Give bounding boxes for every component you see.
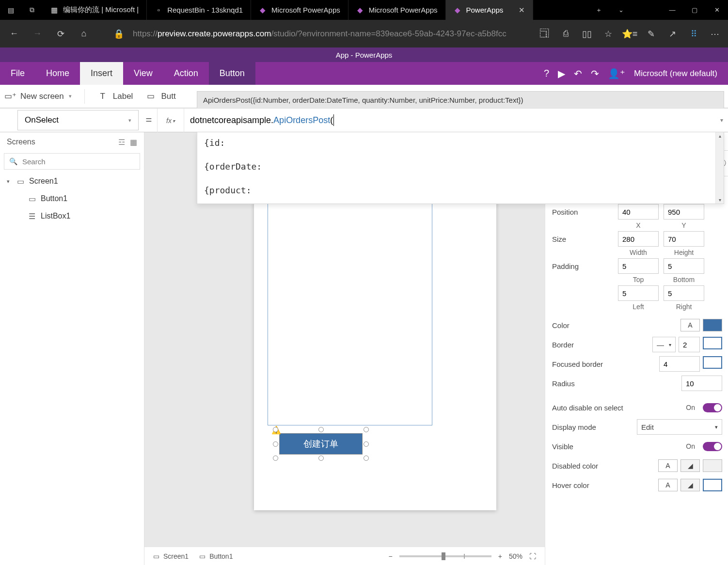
screens-panel: Screens ☲▦ 🔍 ▾▭Screen1 ▭Button1 ☰ListBox… bbox=[0, 132, 144, 565]
maximize-button[interactable]: ▢ bbox=[683, 0, 706, 20]
display-mode-select[interactable]: Edit▾ bbox=[637, 419, 722, 435]
focused-color-swatch[interactable] bbox=[703, 356, 722, 369]
menu-file[interactable]: File bbox=[0, 62, 35, 85]
tab-actions-icon[interactable]: ⧉ bbox=[21, 6, 43, 14]
environment-label[interactable]: Microsoft (new default) bbox=[634, 69, 717, 78]
more-icon[interactable]: ⋯ bbox=[705, 24, 725, 44]
menu-home[interactable]: Home bbox=[35, 62, 80, 85]
insert-label-button[interactable]: TLabel bbox=[97, 91, 133, 102]
favorites-bar-icon[interactable]: ⭐≡ bbox=[619, 24, 640, 44]
height-input[interactable] bbox=[664, 231, 704, 247]
browser-toolbar: ← → ⟳ ⌂ 🔒 https://preview.create.powerap… bbox=[0, 20, 728, 47]
fx-button[interactable]: fx▾ bbox=[157, 108, 184, 132]
favorite-icon[interactable]: ☆ bbox=[598, 24, 618, 44]
redo-icon[interactable]: ↷ bbox=[591, 68, 599, 79]
close-window-button[interactable]: ✕ bbox=[706, 0, 728, 20]
browser-tab[interactable]: ◆Microsoft PowerApps bbox=[348, 0, 446, 20]
forward-button: → bbox=[26, 23, 48, 45]
disabled-fill-swatch[interactable] bbox=[703, 459, 722, 472]
browser-tab[interactable]: ▦编辑你的流 | Microsoft | bbox=[43, 0, 147, 20]
border-style-select[interactable]: — ▾ bbox=[652, 337, 676, 352]
spacer bbox=[632, 0, 661, 20]
minimize-button[interactable]: — bbox=[661, 0, 683, 20]
hover-font-swatch[interactable]: A bbox=[658, 479, 678, 491]
browser-tab[interactable]: ▫RequestBin - 13sknqd1 bbox=[147, 0, 251, 20]
tree-node-button[interactable]: ▭Button1 bbox=[0, 190, 144, 207]
warning-icon[interactable]: ⚠️ bbox=[271, 425, 281, 435]
menu-action[interactable]: Action bbox=[163, 62, 209, 85]
width-input[interactable] bbox=[618, 231, 659, 247]
browser-tab-active[interactable]: ◆PowerApps✕ bbox=[446, 0, 533, 20]
pos-y-input[interactable] bbox=[664, 204, 704, 220]
intellisense-option[interactable]: {product: bbox=[197, 180, 724, 201]
prop-label-disabled-color: Disabled color bbox=[552, 462, 613, 470]
button-control-selected[interactable]: 创建订单 bbox=[279, 433, 363, 455]
window-titlebar: ▤ ⧉ ▦编辑你的流 | Microsoft | ▫RequestBin - 1… bbox=[0, 0, 728, 20]
tabs-chevron-icon[interactable]: ⌄ bbox=[610, 0, 632, 20]
hover-border-swatch[interactable]: ◢ bbox=[681, 479, 700, 491]
listbox-control[interactable]: Office 365 bbox=[268, 183, 432, 425]
lock-icon[interactable]: 🔒 bbox=[111, 23, 126, 45]
property-selector[interactable]: OnSelect▾ bbox=[17, 110, 139, 130]
disabled-font-swatch[interactable]: A bbox=[658, 459, 678, 472]
reading-list-icon[interactable]: ⎙ bbox=[555, 24, 576, 44]
refresh-button[interactable]: ⟳ bbox=[49, 23, 72, 45]
zoom-slider[interactable] bbox=[399, 555, 491, 557]
pad-left-input[interactable] bbox=[618, 285, 659, 301]
tree-node-screen[interactable]: ▾▭Screen1 bbox=[0, 173, 144, 190]
pad-right-input[interactable] bbox=[664, 285, 704, 301]
fill-color-swatch[interactable] bbox=[703, 319, 722, 331]
share-user-icon[interactable]: 👤⁺ bbox=[608, 68, 625, 79]
translate-icon[interactable]: ⿹ bbox=[534, 24, 554, 44]
expand-formula-icon[interactable]: ▾ bbox=[720, 117, 723, 124]
intellisense-option[interactable]: {id: bbox=[197, 132, 724, 153]
undo-icon[interactable]: ↶ bbox=[574, 68, 582, 79]
reading-view-icon[interactable]: ▤ bbox=[0, 6, 21, 14]
border-color-swatch[interactable] bbox=[703, 337, 722, 349]
close-tab-icon[interactable]: ✕ bbox=[519, 6, 525, 15]
share-icon[interactable]: ↗ bbox=[662, 24, 682, 44]
notes-icon[interactable]: ✎ bbox=[641, 24, 661, 44]
breadcrumb-control[interactable]: ▭Button1 bbox=[199, 552, 233, 560]
browser-tab[interactable]: ◆Microsoft PowerApps bbox=[251, 0, 348, 20]
font-color-swatch[interactable]: A bbox=[681, 319, 700, 331]
fit-screen-icon[interactable]: ⛶ bbox=[529, 552, 536, 560]
tree-collapse-icon[interactable]: ☲ bbox=[118, 138, 125, 147]
label-icon: T bbox=[97, 91, 108, 102]
zoom-out-button[interactable]: − bbox=[389, 552, 393, 560]
thumbnail-view-icon[interactable]: ▦ bbox=[130, 138, 137, 147]
breadcrumb-screen[interactable]: ▭Screen1 bbox=[153, 552, 189, 560]
zoom-in-button[interactable]: + bbox=[498, 552, 502, 560]
focused-border-input[interactable] bbox=[659, 356, 700, 372]
intellisense-scrollbar[interactable]: ▴▾ bbox=[715, 132, 724, 204]
extensions-icon[interactable]: ⠿ bbox=[683, 24, 704, 44]
back-button[interactable]: ← bbox=[3, 23, 25, 45]
pad-bottom-input[interactable] bbox=[664, 258, 704, 274]
intellisense-option[interactable]: {orderDate: bbox=[197, 156, 724, 177]
menu-view[interactable]: View bbox=[123, 62, 163, 85]
menu-insert[interactable]: Insert bbox=[80, 62, 123, 85]
books-icon[interactable]: ▯▯ bbox=[577, 24, 597, 44]
menu-context-button[interactable]: Button bbox=[209, 62, 255, 85]
auto-disable-toggle[interactable] bbox=[703, 403, 722, 412]
border-width-input[interactable] bbox=[679, 337, 700, 352]
caret-down-icon[interactable]: ▾ bbox=[7, 178, 12, 185]
play-icon[interactable]: ▶ bbox=[558, 68, 565, 79]
tree-node-listbox[interactable]: ☰ListBox1 bbox=[0, 207, 144, 225]
screens-search[interactable]: 🔍 bbox=[4, 153, 140, 170]
disabled-border-swatch[interactable]: ◢ bbox=[681, 459, 700, 472]
new-tab-button[interactable]: ＋ bbox=[587, 0, 610, 20]
help-icon[interactable]: ? bbox=[544, 68, 549, 79]
pos-x-input[interactable] bbox=[618, 204, 659, 220]
formula-input[interactable]: dotnetcoreapisample.ApiOrdersPost( ▾ bbox=[184, 108, 728, 132]
pad-top-input[interactable] bbox=[618, 258, 659, 274]
visible-toggle[interactable] bbox=[703, 442, 722, 451]
hover-fill-swatch[interactable] bbox=[703, 479, 722, 491]
app-screen[interactable]: Office 365 创建订单 ⚠️ bbox=[254, 183, 496, 510]
search-input[interactable] bbox=[22, 157, 135, 166]
new-screen-button[interactable]: ▭⁺New screen▾ bbox=[5, 91, 72, 102]
radius-input[interactable] bbox=[681, 376, 722, 391]
address-bar[interactable]: https://preview.create.powerapps.com/stu… bbox=[127, 29, 533, 39]
insert-button-button[interactable]: ▭Butt bbox=[145, 91, 175, 102]
home-button[interactable]: ⌂ bbox=[73, 23, 95, 45]
